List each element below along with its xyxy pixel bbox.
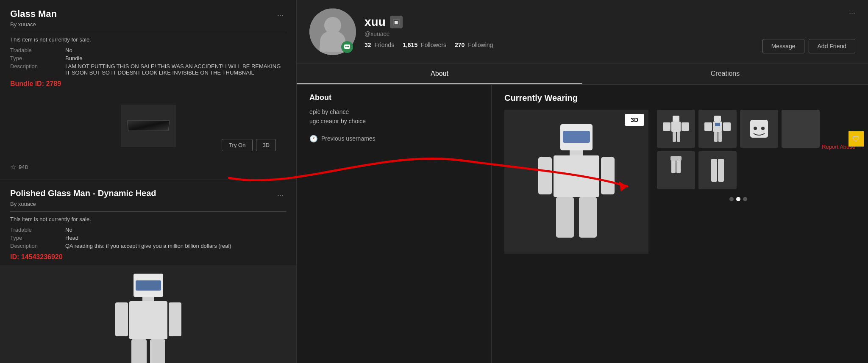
- about-line2: ugc creator by choice: [309, 116, 479, 126]
- item-buttons-1: Try On 3D: [222, 139, 276, 151]
- type-value-1: Bundle: [65, 55, 286, 61]
- svg-point-13: [347, 46, 348, 47]
- svg-point-40: [761, 127, 765, 130]
- 3d-button-1[interactable]: 3D: [256, 139, 276, 151]
- desc-value-1: I AM NOT PUTTING THIS ON SALE! THIS WAS …: [65, 63, 286, 76]
- desc-label-1: Description: [10, 63, 61, 76]
- wearing-item-1[interactable]: [657, 110, 695, 148]
- profile-header: xuu 🔲 @xuuace 32 Friends 1,: [297, 0, 868, 64]
- previous-usernames[interactable]: 🕐 Previous usernames: [309, 135, 479, 143]
- wearing-row-1: [657, 110, 820, 148]
- svg-text:🔲: 🔲: [393, 19, 399, 25]
- item-by-2: By xuuace: [10, 201, 286, 207]
- wearing-row-2: [657, 151, 820, 189]
- item-figure-2: [703, 114, 732, 144]
- about-section: About epic by chance ugc creator by choi…: [297, 85, 492, 363]
- svg-rect-22: [601, 157, 615, 194]
- svg-rect-30: [677, 132, 680, 142]
- star-icon-1: ☆: [10, 163, 16, 171]
- tradable-value-2: No: [65, 227, 286, 233]
- item-bundle-id: Bundle ID: 2789: [10, 80, 286, 88]
- verified-icon: 🔲: [392, 18, 401, 26]
- following-count: 270: [455, 42, 465, 48]
- svg-rect-20: [554, 155, 599, 197]
- not-for-sale-2: This item is not currently for sale.: [10, 216, 286, 222]
- item-card-glass-man: Glass Man ... By xuuace This item is not…: [0, 0, 296, 180]
- wearing-item-6[interactable]: [698, 151, 737, 189]
- svg-point-12: [345, 46, 347, 47]
- message-button[interactable]: Message: [762, 39, 804, 53]
- main-content: About epic by chance ugc creator by choi…: [297, 85, 868, 363]
- about-title: About: [309, 93, 479, 102]
- right-panel: xuu 🔲 @xuuace 32 Friends 1,: [297, 0, 868, 363]
- wearing-item-5[interactable]: [657, 151, 695, 189]
- svg-rect-24: [579, 197, 597, 238]
- svg-rect-25: [673, 116, 679, 122]
- svg-point-9: [324, 17, 341, 34]
- wearing-title: Currently Wearing: [504, 93, 855, 103]
- item-figure-5: [661, 155, 691, 185]
- tabs-bar: About Creations: [297, 64, 868, 85]
- tab-creations[interactable]: Creations: [582, 64, 868, 84]
- svg-rect-27: [663, 122, 670, 131]
- svg-rect-5: [169, 302, 181, 336]
- pagination-dot-2[interactable]: [736, 197, 740, 201]
- svg-rect-2: [142, 297, 154, 301]
- item-card-polished: Polished Glass Man - Dynamic Head ... By…: [0, 180, 296, 363]
- robot-thumbnail: [0, 265, 296, 363]
- wearing-3d-button[interactable]: 3D: [625, 114, 644, 126]
- tab-about[interactable]: About: [297, 64, 582, 84]
- wearing-item-4[interactable]: [782, 110, 820, 148]
- profile-more-options[interactable]: ...: [849, 7, 855, 16]
- type-label-2: Type: [10, 235, 61, 241]
- left-panel: Glass Man ... By xuuace This item is not…: [0, 0, 297, 363]
- item-figure-1: [661, 114, 691, 144]
- item-by-1: By xuuace: [10, 21, 286, 28]
- wearing-item-3[interactable]: [740, 110, 778, 148]
- profile-verified-badge: 🔲: [390, 16, 403, 28]
- svg-rect-4: [115, 302, 128, 336]
- tradable-label-2: Tradable: [10, 227, 61, 233]
- add-friend-button[interactable]: Add Friend: [809, 39, 855, 53]
- svg-rect-35: [723, 122, 731, 131]
- tradable-label-1: Tradable: [10, 47, 61, 53]
- svg-rect-26: [671, 122, 681, 132]
- svg-rect-28: [682, 122, 689, 131]
- guardian-badge-container: 🛡: [849, 131, 864, 147]
- svg-rect-29: [673, 132, 676, 142]
- profile-name-row: xuu 🔲: [364, 15, 855, 29]
- svg-rect-44: [711, 159, 717, 182]
- glass-shape-svg: [125, 117, 172, 134]
- desc-value-2: QA reading this: if you accept i give yo…: [65, 243, 286, 249]
- svg-rect-7: [150, 339, 165, 363]
- wearing-item-2[interactable]: [698, 110, 737, 148]
- try-on-button-1[interactable]: Try On: [222, 139, 253, 151]
- svg-rect-45: [718, 159, 724, 182]
- clock-icon: 🕐: [309, 135, 318, 143]
- svg-rect-18: [563, 131, 590, 143]
- about-line1: epic by chance: [309, 107, 479, 116]
- more-options-1[interactable]: ...: [275, 8, 286, 19]
- svg-rect-37: [718, 132, 722, 142]
- pagination-dot-1[interactable]: [729, 197, 734, 201]
- svg-rect-1: [136, 280, 161, 291]
- pagination-dot-3[interactable]: [743, 197, 747, 201]
- pagination: [657, 197, 820, 201]
- favorites-count-1: 948: [19, 164, 28, 170]
- friends-stat: 32 Friends: [364, 42, 394, 48]
- wearing-robot-svg: [530, 118, 623, 245]
- friends-label: Friends: [374, 42, 394, 48]
- svg-rect-21: [538, 157, 552, 194]
- svg-rect-31: [714, 116, 721, 122]
- about-text: epic by chance ugc creator by choice: [309, 107, 479, 126]
- item-favorites-1: ☆ 948: [10, 163, 286, 171]
- svg-rect-34: [704, 122, 712, 131]
- main-layout: Glass Man ... By xuuace This item is not…: [0, 0, 868, 363]
- desc-label-2: Description: [10, 243, 61, 249]
- robot-svg: [106, 269, 191, 363]
- type-value-2: Head: [65, 235, 286, 241]
- following-label: Following: [468, 42, 493, 48]
- svg-rect-6: [131, 339, 147, 363]
- more-options-2[interactable]: ...: [275, 188, 286, 199]
- wearing-items-wrapper: [657, 110, 820, 201]
